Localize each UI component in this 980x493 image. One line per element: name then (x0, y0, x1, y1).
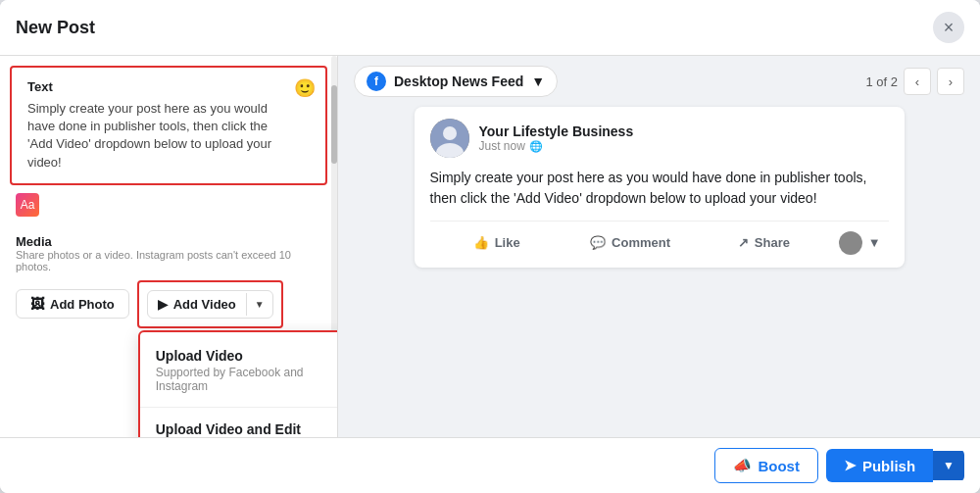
feed-selector[interactable]: f Desktop News Feed ▼ (354, 66, 558, 97)
left-panel: Text Simply create your post here as you… (0, 56, 338, 437)
modal-body: Text Simply create your post here as you… (0, 56, 980, 437)
emoji-row: Aa (0, 185, 337, 224)
upload-video-edit-title: Upload Video and Edit (156, 421, 338, 437)
add-video-dropdown: Upload Video Supported by Facebook and I… (138, 330, 338, 437)
upload-video-item[interactable]: Upload Video Supported by Facebook and I… (140, 338, 338, 403)
add-video-main-button[interactable]: ▶ Add Video (148, 291, 246, 318)
modal-header: New Post × (0, 0, 980, 56)
comment-icon: 💬 (590, 235, 606, 250)
dropdown-divider (140, 407, 338, 408)
text-section: Text Simply create your post here as you… (10, 66, 327, 185)
add-video-red-outline: ▶ Add Video ▼ Upload Video Supported by … (137, 280, 283, 328)
media-section: Media Share photos or a video. Instagram… (0, 224, 337, 332)
upload-video-sub: Supported by Facebook and Instagram (156, 366, 338, 393)
share-button[interactable]: ↗ Share (697, 229, 830, 256)
preview-name: Your Lifestyle Business (479, 123, 634, 139)
close-button[interactable]: × (933, 12, 964, 43)
preview-header: Your Lifestyle Business Just now 🌐 (430, 119, 889, 158)
publish-button[interactable]: ➤ Publish (826, 449, 933, 482)
publish-dropdown-arrow[interactable]: ▼ (933, 451, 964, 480)
text-content[interactable]: Simply create your post here as you woul… (27, 100, 310, 172)
emoji-icon[interactable]: 🙂 (294, 77, 316, 99)
text-section-label: Text (27, 79, 310, 94)
upload-video-title: Upload Video (156, 348, 338, 364)
upload-video-edit-item[interactable]: Upload Video and Edit Video editing tool… (140, 412, 338, 437)
add-photo-button[interactable]: 🖼 Add Photo (16, 289, 129, 319)
nav-next-button[interactable]: › (937, 68, 964, 95)
media-buttons: 🖼 Add Photo ▶ Add Video ▼ (16, 280, 321, 328)
video-icon: ▶ (158, 297, 168, 312)
right-panel: f Desktop News Feed ▼ 1 of 2 ‹ › (338, 56, 980, 437)
emoji-badge[interactable]: Aa (16, 193, 39, 217)
avatar (430, 119, 469, 158)
boost-button[interactable]: 📣 Boost (714, 448, 818, 483)
nav-prev-button[interactable]: ‹ (904, 68, 931, 95)
preview-text: Simply create your post here as you woul… (430, 168, 889, 209)
like-button[interactable]: 👍 Like (430, 229, 564, 256)
page-nav: 1 of 2 ‹ › (865, 68, 964, 95)
comment-button[interactable]: 💬 Comment (564, 229, 697, 256)
media-sublabel: Share photos or a video. Instagram posts… (16, 249, 321, 272)
globe-icon: 🌐 (529, 140, 543, 153)
add-video-dropdown-arrow[interactable]: ▼ (246, 293, 272, 316)
add-video-wrapper: ▶ Add Video ▼ Upload Video Supported by … (137, 280, 283, 328)
chevron-icon: ▼ (868, 235, 881, 250)
svg-point-1 (443, 126, 457, 140)
send-icon: ➤ (844, 457, 857, 474)
boost-icon: 📣 (733, 457, 752, 474)
scrollbar-thumb[interactable] (331, 85, 337, 164)
like-icon: 👍 (473, 235, 489, 250)
chevron-down-icon: ▼ (531, 74, 545, 89)
publish-button-group: ➤ Publish ▼ (826, 449, 964, 482)
avatar-small (839, 231, 862, 255)
modal-footer: 📣 Boost ➤ Publish ▼ (0, 437, 980, 493)
right-top-bar: f Desktop News Feed ▼ 1 of 2 ‹ › (338, 56, 980, 107)
modal-title: New Post (16, 18, 95, 38)
preview-info: Your Lifestyle Business Just now 🌐 (479, 123, 634, 153)
preview-actions: 👍 Like 💬 Comment ↗ Share ▼ (430, 221, 889, 256)
modal: New Post × Text Simply create your post … (0, 0, 980, 493)
share-icon: ↗ (738, 235, 749, 250)
add-video-button-group: ▶ Add Video ▼ (147, 290, 273, 319)
facebook-icon: f (367, 72, 386, 91)
preview-time: Just now 🌐 (479, 139, 634, 153)
media-label: Media (16, 234, 321, 249)
photo-icon: 🖼 (30, 296, 44, 312)
more-button[interactable]: ▼ (831, 231, 889, 255)
preview-card: Your Lifestyle Business Just now 🌐 Simpl… (415, 107, 905, 268)
